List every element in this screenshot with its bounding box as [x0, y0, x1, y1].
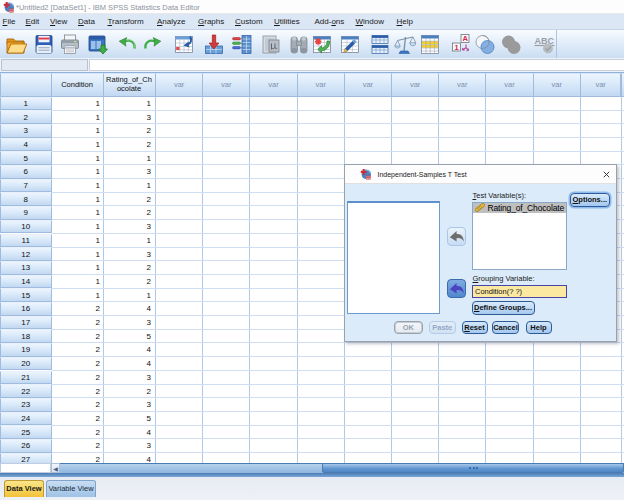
- svg-text:A: A: [462, 34, 468, 43]
- svg-text:1: 1: [454, 42, 458, 51]
- svg-text:ABC: ABC: [535, 36, 555, 46]
